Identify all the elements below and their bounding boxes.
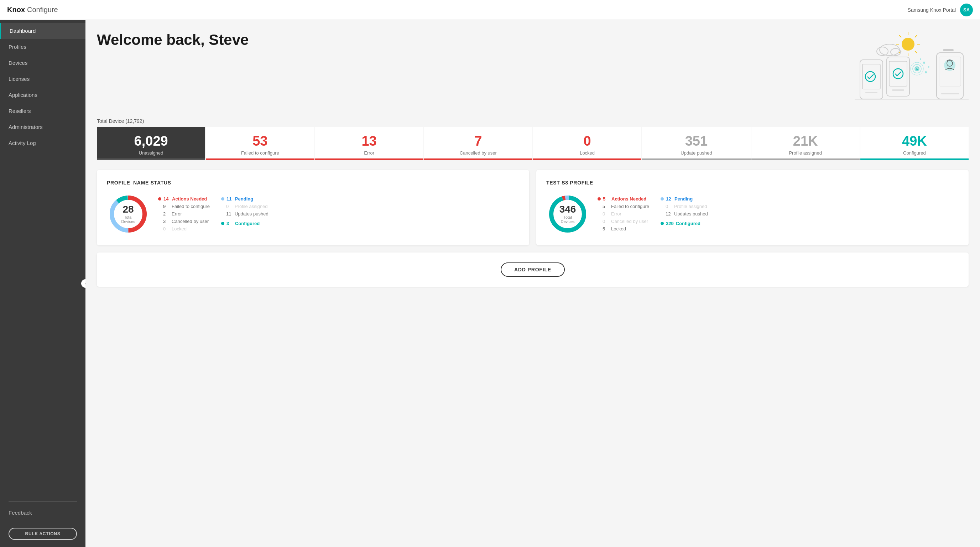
legend2-pending: 12 Pending xyxy=(660,196,708,202)
stat-number-locked: 0 xyxy=(584,134,591,149)
welcome-section: Welcome back, Steve xyxy=(97,31,969,110)
legend-pending: 11 Pending xyxy=(221,196,269,202)
dot-green-2 xyxy=(660,222,664,225)
dot-blue xyxy=(221,197,224,200)
sidebar-item-dashboard[interactable]: Dashboard xyxy=(0,23,86,39)
profile-1-legend: 14 Actions Needed 9 Failed to configure … xyxy=(158,196,269,232)
legend2-error: 0 Error xyxy=(598,211,649,216)
stat-card-error[interactable]: 13 Error xyxy=(315,127,423,160)
stat-label-failed: Failed to configure xyxy=(241,150,279,156)
stat-label-locked: Locked xyxy=(580,150,595,156)
legend-failed: 9 Failed to configure xyxy=(158,204,210,209)
stat-card-unassigned[interactable]: 6,029 Unassigned xyxy=(97,127,205,160)
dot-red-2 xyxy=(598,197,601,200)
legend-error: 2 Error xyxy=(158,211,210,216)
sidebar-item-resellers[interactable]: Resellers xyxy=(0,103,86,119)
welcome-illustration: N xyxy=(805,31,969,110)
svg-line-6 xyxy=(915,51,917,53)
sidebar-item-label: Profiles xyxy=(8,44,26,50)
stat-card-configured[interactable]: 49K Configured xyxy=(860,127,969,160)
stat-number-error: 13 xyxy=(361,134,376,149)
sidebar-item-label: Applications xyxy=(8,92,37,98)
legend-actions-needed: 14 Actions Needed xyxy=(158,196,210,202)
avatar[interactable]: SA xyxy=(960,3,973,16)
dot-green xyxy=(221,222,224,225)
legend2-updates-pushed: 12 Updates pushed xyxy=(660,211,708,216)
svg-rect-19 xyxy=(892,89,904,91)
svg-point-18 xyxy=(893,69,903,79)
main-content: Welcome back, Steve xyxy=(86,20,980,547)
dot-blue-2 xyxy=(660,197,664,200)
sidebar-item-applications[interactable]: Applications xyxy=(0,87,86,103)
logo-configure: Configure xyxy=(27,6,58,14)
profile-1-legend-col-1: 14 Actions Needed 9 Failed to configure … xyxy=(158,196,210,232)
add-profile-button[interactable]: ADD PROFILE xyxy=(501,262,565,277)
stat-bar-cancelled xyxy=(424,159,532,160)
stat-card-update-pushed[interactable]: 351 Update pushed xyxy=(642,127,750,160)
stat-card-profile-assigned[interactable]: 21K Profile assigned xyxy=(751,127,860,160)
stat-card-locked[interactable]: 0 Locked xyxy=(533,127,641,160)
sidebar-item-licenses[interactable]: Licenses xyxy=(0,71,86,87)
sidebar-item-activity-log[interactable]: Activity Log xyxy=(0,135,86,151)
welcome-title: Welcome back, Steve xyxy=(97,31,248,48)
profile-card-2-body: 346 Total Devices 5 Actions Needed xyxy=(546,192,959,235)
stat-bar-profile-assigned xyxy=(751,159,860,160)
legend-locked: 0 Locked xyxy=(158,226,210,232)
profile-cards-row: PROFILE_NAME STATUS xyxy=(97,170,969,245)
stat-card-cancelled[interactable]: 7 Cancelled by user xyxy=(424,127,532,160)
profile-2-legend-col-1: 5 Actions Needed 5 Failed to configure 0… xyxy=(598,196,649,232)
legend2-profile-assigned: 0 Profile assigned xyxy=(660,204,708,209)
sidebar-item-administrators[interactable]: Administrators xyxy=(0,119,86,135)
sidebar-feedback[interactable]: Feedback xyxy=(0,505,86,521)
sidebar-item-label: Devices xyxy=(8,60,27,66)
legend2-configured: 329 Configured xyxy=(660,221,708,226)
svg-rect-34 xyxy=(943,49,954,51)
legend-cancelled: 3 Cancelled by user xyxy=(158,219,210,224)
stat-label-update-pushed: Update pushed xyxy=(681,150,712,156)
profile-1-donut-center: 28 Total Devices xyxy=(118,204,139,224)
svg-text:N: N xyxy=(916,68,918,71)
svg-point-25 xyxy=(923,62,925,64)
svg-point-10 xyxy=(877,47,888,56)
svg-point-28 xyxy=(920,59,921,60)
sidebar-item-label: Administrators xyxy=(8,124,43,130)
legend2-locked: 5 Locked xyxy=(598,226,649,232)
svg-point-27 xyxy=(925,71,927,73)
stat-label-profile-assigned: Profile assigned xyxy=(789,150,822,156)
svg-point-31 xyxy=(944,59,955,71)
bulk-actions-button[interactable]: BULK ACTIONS xyxy=(8,528,77,540)
logo-text: Knox xyxy=(7,6,25,14)
legend-profile-assigned: 0 Profile assigned xyxy=(221,204,269,209)
svg-line-5 xyxy=(899,35,901,37)
profile-2-total: 346 xyxy=(557,204,578,215)
legend-configured: 3 Configured xyxy=(221,221,269,226)
layout: Dashboard Profiles Devices Licenses Appl… xyxy=(0,20,980,547)
profile-2-donut: 346 Total Devices xyxy=(546,192,589,235)
svg-point-0 xyxy=(902,38,915,51)
svg-point-14 xyxy=(865,72,875,81)
profile-1-total: 28 xyxy=(118,204,139,215)
stat-card-failed[interactable]: 53 Failed to configure xyxy=(206,127,314,160)
legend2-cancelled: 0 Cancelled by user xyxy=(598,219,649,224)
sidebar-item-profiles[interactable]: Profiles xyxy=(0,39,86,55)
stat-number-profile-assigned: 21K xyxy=(793,134,818,149)
stat-number-unassigned: 6,029 xyxy=(134,134,168,149)
sidebar-item-devices[interactable]: Devices xyxy=(0,55,86,71)
sidebar: Dashboard Profiles Devices Licenses Appl… xyxy=(0,20,86,547)
profile-1-legend-col-2: 11 Pending 0 Profile assigned 11 Updates… xyxy=(221,196,269,232)
sidebar-item-label: Resellers xyxy=(8,108,31,114)
profile-card-2: TEST S8 PROFILE xyxy=(536,170,969,245)
stat-number-cancelled: 7 xyxy=(474,134,482,149)
stat-bar-failed xyxy=(206,159,314,160)
sidebar-item-label: Activity Log xyxy=(8,140,36,146)
svg-rect-33 xyxy=(941,93,959,94)
legend2-failed: 5 Failed to configure xyxy=(598,204,649,209)
profile-card-1-body: 28 Total Devices 14 Actions Needed xyxy=(107,192,519,235)
profile-1-donut: 28 Total Devices xyxy=(107,192,150,235)
stats-total-label: Total Device (12,792) xyxy=(97,118,969,124)
stat-label-error: Error xyxy=(364,150,374,156)
portal-label: Samsung Knox Portal xyxy=(908,7,956,13)
svg-line-7 xyxy=(915,35,917,37)
legend-updates-pushed: 11 Updates pushed xyxy=(221,211,269,216)
stats-row: 6,029 Unassigned 53 Failed to configure … xyxy=(97,127,969,160)
